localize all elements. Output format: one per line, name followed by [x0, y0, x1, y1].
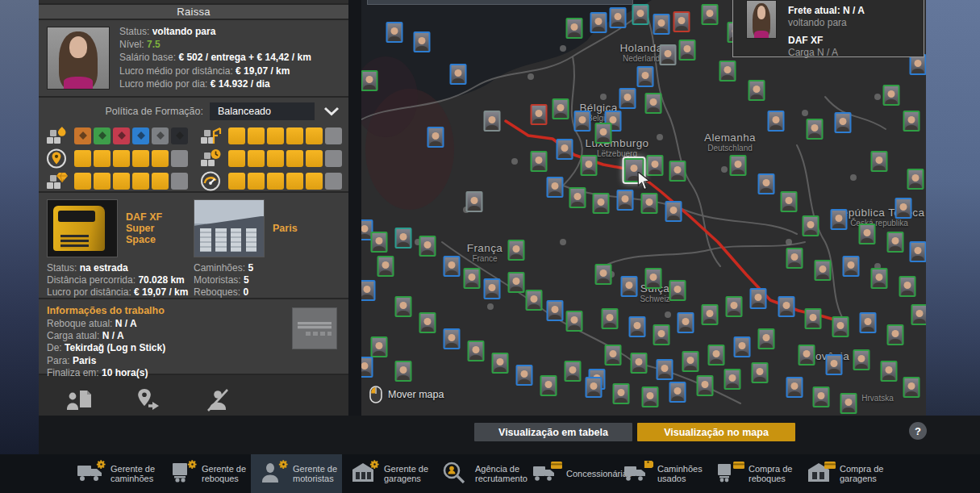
driver-marker[interactable]	[450, 64, 467, 85]
nav-garage-manager[interactable]: Gerente de garagens	[342, 454, 433, 493]
driver-marker[interactable]	[617, 190, 634, 211]
driver-marker[interactable]	[645, 93, 662, 114]
driver-marker[interactable]	[871, 151, 888, 172]
driver-marker[interactable]	[468, 341, 485, 361]
driver-marker[interactable]	[645, 268, 662, 289]
driver-marker[interactable]	[665, 201, 682, 222]
driver-marker[interactable]	[843, 256, 860, 277]
driver-marker[interactable]	[595, 264, 612, 285]
driver-marker[interactable]	[566, 18, 583, 39]
driver-marker[interactable]	[840, 393, 857, 414]
driver-marker[interactable]	[903, 111, 920, 132]
driver-marker[interactable]	[414, 31, 431, 52]
driver-marker[interactable]	[492, 353, 509, 374]
driver-marker[interactable]	[895, 198, 912, 219]
driver-marker[interactable]	[669, 382, 686, 403]
driver-marker[interactable]	[883, 85, 900, 106]
driver-marker[interactable]	[853, 349, 870, 370]
driver-marker[interactable]	[531, 151, 548, 172]
driver-marker[interactable]	[641, 193, 658, 214]
driver-marker[interactable]	[484, 111, 501, 132]
driver-marker[interactable]	[887, 324, 904, 345]
driver-marker[interactable]	[749, 80, 765, 101]
driver-marker[interactable]	[642, 386, 659, 407]
driver-marker[interactable]	[910, 241, 927, 262]
driver-marker[interactable]	[581, 155, 598, 176]
driver-marker[interactable]	[881, 361, 898, 382]
driver-marker[interactable]	[758, 173, 775, 194]
driver-marker[interactable]	[547, 177, 564, 198]
nav-used-trucks[interactable]: Caminhões usados	[615, 454, 707, 493]
driver-marker[interactable]	[708, 345, 725, 366]
training-policy-dropdown[interactable]: Balanceado	[210, 102, 315, 120]
driver-marker[interactable]	[786, 248, 803, 269]
driver-marker[interactable]	[832, 316, 849, 337]
driver-marker[interactable]	[508, 272, 525, 293]
driver-marker[interactable]	[629, 316, 646, 337]
driver-marker[interactable]	[419, 236, 436, 257]
driver-marker[interactable]	[679, 40, 696, 61]
driver-marker[interactable]	[768, 111, 785, 132]
driver-marker[interactable]	[619, 88, 636, 109]
driver-marker[interactable]	[637, 66, 654, 87]
driver-marker[interactable]	[657, 359, 673, 380]
driver-marker[interactable]	[395, 296, 412, 317]
driver-marker[interactable]	[569, 187, 586, 208]
map-viewport[interactable]: HolandaNederlandBélgicaBelgiëLuxemburgoL…	[361, 0, 926, 420]
driver-marker[interactable]	[799, 345, 815, 366]
driver-marker[interactable]	[758, 328, 775, 349]
truck-thumbnail[interactable]	[47, 199, 118, 257]
map-view-button[interactable]: Visualização no mapa	[637, 423, 795, 441]
driver-marker[interactable]	[590, 12, 607, 33]
driver-marker[interactable]	[653, 14, 670, 35]
driver-marker[interactable]	[807, 119, 824, 140]
driver-marker[interactable]	[595, 123, 612, 144]
driver-marker[interactable]	[361, 70, 378, 91]
driver-marker[interactable]	[673, 11, 690, 32]
driver-marker[interactable]	[610, 7, 627, 28]
driver-marker[interactable]	[371, 232, 388, 253]
driver-marker[interactable]	[752, 362, 769, 383]
driver-marker[interactable]	[395, 228, 412, 249]
driver-marker[interactable]	[803, 215, 819, 236]
driver-marker[interactable]	[871, 268, 888, 289]
driver-marker[interactable]	[860, 312, 877, 333]
driver-marker[interactable]	[419, 312, 436, 333]
driver-marker[interactable]	[702, 4, 719, 25]
driver-marker[interactable]	[632, 4, 649, 25]
driver-marker[interactable]	[377, 256, 394, 277]
help-button[interactable]: ?	[909, 422, 927, 440]
driver-marker[interactable]	[835, 112, 852, 133]
driver-marker[interactable]	[361, 357, 373, 378]
chevron-down-icon[interactable]	[321, 106, 342, 117]
driver-marker[interactable]	[540, 375, 557, 396]
driver-marker[interactable]	[631, 353, 648, 374]
driver-marker[interactable]	[805, 308, 822, 329]
driver-marker[interactable]	[899, 276, 916, 297]
nationality-filter-dropdown[interactable]: Todas as nacionalidades	[367, 0, 633, 5]
driver-marker[interactable]	[553, 98, 569, 119]
driver-marker[interactable]	[786, 377, 803, 398]
driver-marker[interactable]	[557, 139, 573, 160]
driver-marker[interactable]	[669, 161, 686, 182]
driver-marker[interactable]	[602, 308, 619, 329]
driver-marker[interactable]	[371, 336, 388, 357]
driver-marker[interactable]	[395, 361, 412, 382]
nav-dealer[interactable]: Concessionárias	[524, 454, 615, 493]
garage-thumbnail[interactable]	[194, 199, 265, 257]
nav-truck-manager[interactable]: Gerente de caminhões	[69, 454, 160, 493]
driver-marker[interactable]	[565, 361, 582, 382]
driver-marker[interactable]	[826, 354, 843, 375]
driver-marker[interactable]	[750, 288, 767, 309]
driver-marker[interactable]	[678, 312, 694, 333]
driver-marker[interactable]	[730, 155, 747, 176]
driver-marker[interactable]	[781, 191, 798, 212]
driver-marker[interactable]	[526, 290, 543, 311]
driver-marker[interactable]	[815, 260, 832, 281]
driver-marker[interactable]	[669, 280, 686, 301]
driver-marker[interactable]	[907, 169, 924, 190]
driver-marker[interactable]	[911, 304, 927, 325]
driver-marker[interactable]	[813, 386, 830, 407]
driver-marker[interactable]	[593, 193, 610, 214]
driver-marker[interactable]	[613, 383, 630, 404]
